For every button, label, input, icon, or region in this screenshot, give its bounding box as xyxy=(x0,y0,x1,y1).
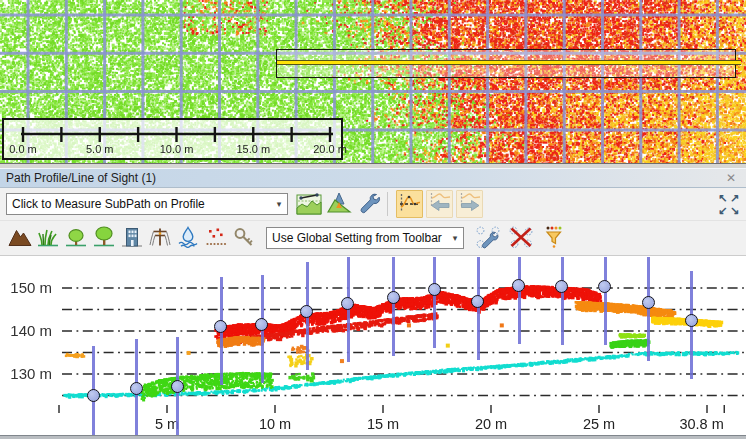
profile-node-marker[interactable] xyxy=(512,279,525,292)
measure-mode-value: Click to Measure SubPath on Profile xyxy=(7,197,271,211)
keypoints-class-button[interactable] xyxy=(230,223,257,253)
scale-bar-label: 20.0 m xyxy=(302,143,358,155)
x-axis-label: 15 m xyxy=(348,416,418,432)
class-setting-dropdown[interactable]: Use Global Setting from Toolbar ▾ xyxy=(266,227,464,249)
profile-settings-button[interactable] xyxy=(355,190,382,218)
class-setting-value: Use Global Setting from Toolbar xyxy=(267,231,447,245)
profile-node-marker[interactable] xyxy=(642,296,655,309)
filter-points-button[interactable] xyxy=(540,223,567,253)
mountain-icon xyxy=(8,226,32,251)
wrench-icon xyxy=(357,191,381,218)
profile-overlay-toggle[interactable] xyxy=(396,190,423,218)
noise-points-icon xyxy=(204,226,228,251)
window-bottom-edge xyxy=(0,435,746,439)
x-axis-label: 25 m xyxy=(564,416,634,432)
profile-node-line xyxy=(518,257,521,344)
scale-bar-label: 15.0 m xyxy=(225,143,281,155)
grass-icon xyxy=(36,226,60,251)
low-vegetation-class-button[interactable] xyxy=(34,223,61,253)
high-vegetation-class-button[interactable] xyxy=(90,223,117,253)
chevron-down-icon: ▾ xyxy=(271,199,287,209)
x-axis-label: 20 m xyxy=(456,416,526,432)
profile-curve-icon xyxy=(399,193,421,216)
water-drop-icon xyxy=(176,226,200,251)
scale-bar-label: 10.0 m xyxy=(149,143,205,155)
scale-bar-label: 0.0 m xyxy=(0,143,51,155)
close-icon[interactable]: ✕ xyxy=(722,170,740,186)
profile-node-line xyxy=(561,257,564,345)
red-x-points-icon xyxy=(508,225,534,252)
profile-node-line xyxy=(647,257,650,361)
x-axis-label: 5 m xyxy=(132,416,202,432)
medium-vegetation-class-button[interactable] xyxy=(62,223,89,253)
y-axis-label: 130 m xyxy=(0,365,52,382)
profile-chart-icon xyxy=(296,191,322,218)
panel-title: Path Profile/Line of Sight (1) xyxy=(0,171,722,185)
profile-path-line[interactable] xyxy=(277,60,741,65)
toolbar-separator xyxy=(387,192,388,216)
previous-profile-button[interactable] xyxy=(426,190,453,218)
key-icon xyxy=(232,226,256,251)
chevron-down-icon: ▾ xyxy=(447,233,463,243)
delete-points-button[interactable] xyxy=(507,223,534,253)
profile-plot: 150 m140 m130 m5 m10 m15 m20 m25 m30.8 m xyxy=(0,256,746,439)
y-axis-label: 140 m xyxy=(0,322,52,339)
terrain-profile-button[interactable] xyxy=(325,190,352,218)
x-axis-label: 10 m xyxy=(240,416,310,432)
tree-icon xyxy=(92,226,116,251)
building-class-button[interactable] xyxy=(118,223,145,253)
ground-class-button[interactable] xyxy=(6,223,33,253)
profile-node-line xyxy=(392,257,395,356)
water-class-button[interactable] xyxy=(174,223,201,253)
x-axis-label: 30.8 m xyxy=(667,416,737,432)
profile-node-marker[interactable] xyxy=(130,382,143,395)
class-toolbar: Use Global Setting from Toolbar ▾ xyxy=(0,221,746,256)
profile-node-line xyxy=(604,257,607,345)
profile-node-marker[interactable] xyxy=(87,389,100,402)
profile-arrow-right-icon xyxy=(459,192,481,217)
wrench-points-icon xyxy=(475,225,501,252)
profile-node-marker[interactable] xyxy=(685,314,698,327)
profile-node-marker[interactable] xyxy=(255,318,268,331)
expand-panel-button[interactable]: ↖↗↙↘ xyxy=(717,190,744,218)
profile-toolbar: Click to Measure SubPath on Profile ▾ xyxy=(0,188,746,221)
powerline-class-button[interactable] xyxy=(146,223,173,253)
scale-bar-label: 5.0 m xyxy=(72,143,128,155)
profile-node-marker[interactable] xyxy=(428,283,441,296)
profile-node-marker[interactable] xyxy=(171,380,184,393)
profile-node-marker[interactable] xyxy=(387,291,400,304)
expand-arrows-icon: ↖↗↙↘ xyxy=(717,192,741,216)
profile-node-line xyxy=(433,257,436,348)
map-view[interactable]: 0.0 m5.0 m10.0 m15.0 m20.0 m xyxy=(0,0,746,163)
classify-settings-button[interactable] xyxy=(474,223,501,253)
terrain-peak-icon xyxy=(326,191,352,218)
powerline-icon xyxy=(148,226,172,251)
measure-mode-dropdown[interactable]: Click to Measure SubPath on Profile ▾ xyxy=(6,193,288,215)
map-scale-bar: 0.0 m5.0 m10.0 m15.0 m20.0 m xyxy=(2,118,343,160)
filter-funnel-icon xyxy=(542,225,566,252)
profile-point-cloud-canvas[interactable] xyxy=(0,256,746,439)
measure-subpath-button[interactable] xyxy=(295,190,322,218)
profile-arrow-left-icon xyxy=(429,192,451,217)
y-axis-label: 150 m xyxy=(0,279,52,296)
next-profile-button[interactable] xyxy=(456,190,483,218)
panel-titlebar: Path Profile/Line of Sight (1) ✕ xyxy=(0,168,746,188)
noise-class-button[interactable] xyxy=(202,223,229,253)
building-icon xyxy=(120,226,144,251)
shrub-icon xyxy=(64,226,88,251)
application-window: 0.0 m5.0 m10.0 m15.0 m20.0 m Path Profil… xyxy=(0,0,746,439)
profile-node-line xyxy=(477,257,480,360)
